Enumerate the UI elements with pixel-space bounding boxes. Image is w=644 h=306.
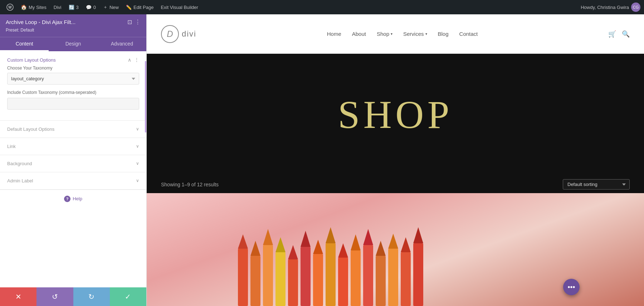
svg-marker-13 (301, 231, 311, 247)
bubbles-item[interactable]: 💬 0 (83, 0, 99, 14)
help-section: ? Help (0, 190, 146, 208)
sorting-select[interactable]: Default sorting Sort by popularity Sort … (563, 179, 630, 190)
section-link: Link ∨ (0, 138, 146, 155)
divi-item[interactable]: Divi (51, 0, 64, 14)
section-background-header[interactable]: Background ∨ (0, 155, 146, 172)
preset-label[interactable]: Preset: Default (6, 28, 141, 33)
nav-icons: 🛒 🔍 (608, 30, 630, 38)
save-button[interactable]: ✓ (110, 287, 146, 306)
section-background: Background ∨ (0, 155, 146, 172)
section-custom-layout-header[interactable]: Custom Layout Options ∧ ⋮ (0, 51, 146, 64)
pencil-icon: ✏️ (126, 5, 132, 10)
svg-rect-8 (275, 252, 286, 306)
shop-content: Showing 1–9 of 12 results Default sortin… (147, 176, 644, 306)
taxonomy-select[interactable]: layout_category layout_tag layout_type (7, 73, 139, 85)
menu-dots-icon[interactable]: ⋮ (135, 19, 141, 25)
svg-rect-12 (301, 247, 311, 306)
panel-header: Archive Loop - Divi Ajax Filt... ⊡ ⋮ Pre… (0, 14, 146, 37)
svg-marker-19 (338, 243, 348, 258)
svg-marker-25 (376, 241, 386, 256)
window-icon[interactable]: ⊡ (127, 19, 132, 25)
product-card-1: ••• (147, 193, 644, 306)
svg-rect-30 (413, 243, 423, 306)
search-icon[interactable]: 🔍 (622, 30, 630, 38)
svg-marker-11 (288, 245, 298, 259)
tab-content[interactable]: Content (0, 37, 49, 51)
product-grid: ••• (147, 193, 644, 306)
cart-icon[interactable]: 🛒 (608, 30, 616, 38)
svg-rect-14 (313, 254, 323, 306)
svg-marker-15 (313, 240, 323, 254)
taxonomy-label: Choose Your Taxonomy (7, 66, 139, 71)
chevron-down-icon-3[interactable]: ∨ (136, 161, 139, 166)
svg-marker-7 (263, 229, 273, 245)
panel-title: Archive Loop - Divi Ajax Filt... (6, 19, 75, 25)
avatar[interactable]: CG (631, 3, 640, 12)
svg-text:W: W (8, 5, 12, 9)
section-admin-label-header[interactable]: Admin Label ∨ (0, 172, 146, 189)
chevron-down-icon-4[interactable]: ∨ (136, 178, 139, 183)
site-nav: D divi Home About Shop ▾ Services ▾ Blog… (147, 14, 644, 54)
help-button[interactable]: ? Help (64, 196, 82, 202)
howdy-text: Howdy, Christina Gwira CG (581, 3, 640, 12)
edit-page-item[interactable]: ✏️ Edit Page (123, 0, 156, 14)
home-icon: 🏠 (21, 4, 27, 10)
shop-chevron-icon: ▾ (391, 32, 392, 36)
nav-shop[interactable]: Shop ▾ (377, 31, 392, 37)
more-icon[interactable]: ⋮ (134, 57, 139, 63)
floating-action-button[interactable]: ••• (563, 279, 580, 295)
plus-icon: ＋ (103, 4, 108, 10)
exit-builder-item[interactable]: Exit Visual Builder (158, 0, 201, 14)
custom-taxonomy-field-group: Include Custom Taxonomy (comma-seperated… (7, 90, 139, 110)
svg-marker-9 (275, 237, 286, 252)
custom-taxonomy-input[interactable] (7, 98, 139, 110)
section-custom-layout-content: Choose Your Taxonomy layout_category lay… (0, 64, 146, 120)
panel-title-icons: ⊡ ⋮ (127, 19, 141, 25)
undo-button[interactable]: ↺ (36, 287, 73, 306)
chevron-down-icon-2[interactable]: ∨ (136, 144, 139, 149)
section-background-title: Background (7, 161, 32, 166)
wp-logo-item[interactable]: W (4, 0, 16, 14)
svg-rect-18 (338, 258, 348, 306)
section-link-header[interactable]: Link ∨ (0, 138, 146, 155)
logo-text: divi (182, 29, 196, 39)
shop-toolbar: Showing 1–9 of 12 results Default sortin… (147, 176, 644, 193)
tab-advanced[interactable]: Advanced (98, 37, 146, 51)
svg-marker-29 (401, 237, 411, 252)
svg-rect-20 (351, 250, 361, 306)
main-layout: Archive Loop - Divi Ajax Filt... ⊡ ⋮ Pre… (0, 14, 644, 306)
nav-about[interactable]: About (352, 31, 366, 37)
svg-marker-23 (363, 229, 373, 245)
left-panel: Archive Loop - Divi Ajax Filt... ⊡ ⋮ Pre… (0, 14, 147, 306)
svg-rect-4 (250, 256, 260, 306)
svg-rect-22 (363, 245, 373, 306)
my-sites-item[interactable]: 🏠 My Sites (18, 0, 49, 14)
logo-d: D (167, 29, 173, 39)
dots-icon: ••• (567, 283, 575, 291)
panel-title-row: Archive Loop - Divi Ajax Filt... ⊡ ⋮ (6, 19, 141, 25)
chevron-up-icon[interactable]: ∧ (128, 57, 131, 63)
section-link-title: Link (7, 144, 16, 149)
section-custom-layout-title: Custom Layout Options (7, 57, 56, 63)
custom-taxonomy-label: Include Custom Taxonomy (comma-seperated… (7, 90, 139, 96)
section-default-layout-title: Default Layout Options (7, 126, 54, 132)
svg-marker-31 (413, 227, 423, 243)
chevron-down-icon-1[interactable]: ∨ (136, 126, 139, 132)
section-admin-label: Admin Label ∨ (0, 172, 146, 190)
redo-button[interactable]: ↻ (73, 287, 110, 306)
section-custom-layout-actions: ∧ ⋮ (128, 57, 139, 63)
tab-design[interactable]: Design (49, 37, 97, 51)
svg-marker-21 (351, 234, 361, 250)
shop-hero: SHOP (147, 54, 644, 176)
nav-contact[interactable]: Contact (459, 31, 478, 37)
new-item[interactable]: ＋ New (100, 0, 122, 14)
nav-blog[interactable]: Blog (438, 31, 449, 37)
nav-home[interactable]: Home (327, 31, 341, 37)
nav-services[interactable]: Services ▾ (403, 31, 427, 37)
comments-item[interactable]: 🔄 3 (66, 0, 82, 14)
cancel-button[interactable]: ✕ (0, 287, 36, 306)
panel-content: Custom Layout Options ∧ ⋮ Choose Your Ta… (0, 51, 146, 287)
results-text: Showing 1–9 of 12 results (161, 182, 219, 187)
section-default-layout: Default Layout Options ∨ (0, 121, 146, 138)
section-default-layout-header[interactable]: Default Layout Options ∨ (0, 121, 146, 138)
